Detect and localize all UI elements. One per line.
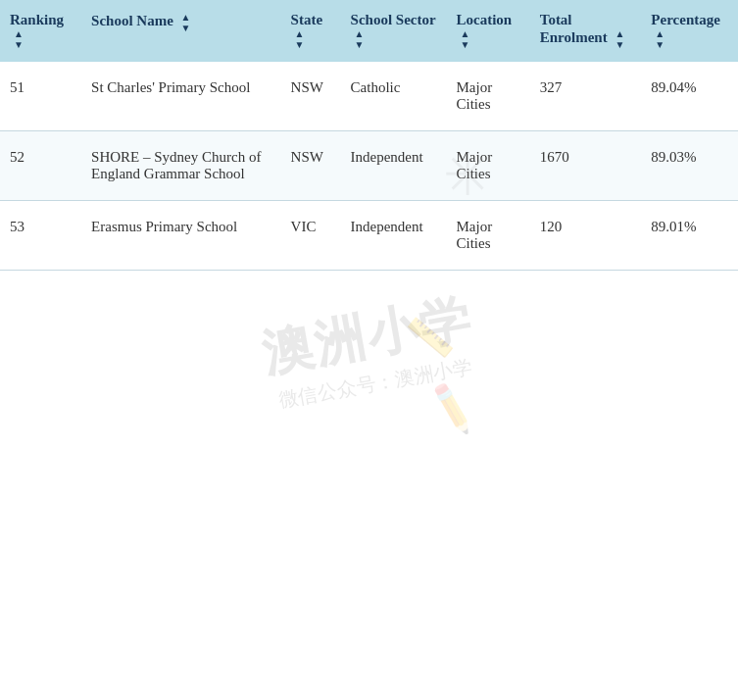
cell-location: Major Cities	[447, 131, 530, 201]
sort-down: ▼	[461, 39, 470, 50]
header-school-sector[interactable]: School Sector ▲ ▼	[341, 0, 447, 62]
sort-up: ▲	[181, 12, 191, 23]
watermark: 澳洲小学 微信公众号：澳洲小学	[257, 284, 482, 415]
header-location[interactable]: Location ▲ ▼	[447, 0, 530, 62]
cell-state: VIC	[281, 201, 341, 271]
cell-location: Major Cities	[447, 201, 530, 271]
sort-down: ▼	[355, 39, 365, 50]
table-row: 53Erasmus Primary SchoolVICIndependentMa…	[0, 201, 738, 271]
cell-ranking: 53	[0, 201, 81, 271]
cell-school-sector: Independent	[341, 201, 447, 271]
watermark-pencil-icon: ✏️	[423, 379, 482, 436]
cell-school-name: SHORE – Sydney Church of England Grammar…	[81, 131, 280, 201]
table-row: 51St Charles' Primary SchoolNSWCatholicM…	[0, 62, 738, 131]
watermark-ruler-icon: 📏	[404, 313, 457, 363]
header-location-label: Location	[457, 12, 513, 27]
sort-arrows-enrollment[interactable]: ▲ ▼	[615, 28, 624, 50]
sort-arrows-state[interactable]: ▲ ▼	[295, 28, 305, 50]
header-percentage[interactable]: Percentage ▲ ▼	[641, 0, 738, 62]
sort-up: ▲	[461, 28, 470, 39]
header-school-name-label: School Name	[91, 13, 173, 28]
sort-arrows-location[interactable]: ▲ ▼	[461, 28, 470, 50]
cell-percentage: 89.01%	[641, 201, 738, 271]
watermark-sub-text: 微信公众号：澳洲小学	[269, 352, 481, 415]
sort-down: ▼	[615, 39, 624, 50]
sort-up: ▲	[14, 28, 24, 39]
sort-arrows-ranking[interactable]: ▲ ▼	[14, 28, 24, 50]
header-total-enrollment[interactable]: Total Enrolment ▲ ▼	[530, 0, 642, 62]
sort-down: ▼	[655, 39, 664, 50]
sort-up: ▲	[655, 28, 664, 39]
cell-ranking: 52	[0, 131, 81, 201]
sort-down: ▼	[14, 39, 24, 50]
header-state-label: State	[291, 12, 323, 27]
cell-total-enrollment: 1670	[530, 131, 642, 201]
data-table: Ranking ▲ ▼ School Name ▲ ▼ State	[0, 0, 738, 271]
sort-arrows-school-name[interactable]: ▲ ▼	[181, 12, 191, 33]
sort-up: ▲	[615, 28, 624, 39]
header-ranking[interactable]: Ranking ▲ ▼	[0, 0, 81, 62]
header-ranking-label: Ranking	[10, 12, 64, 27]
sort-arrows-school-sector[interactable]: ▲ ▼	[355, 28, 365, 50]
cell-location: Major Cities	[447, 62, 530, 131]
cell-school-name: Erasmus Primary School	[81, 201, 280, 271]
cell-total-enrollment: 120	[530, 201, 642, 271]
header-state[interactable]: State ▲ ▼	[281, 0, 341, 62]
watermark-main-text: 澳洲小学	[257, 284, 477, 388]
sort-down: ▼	[295, 39, 305, 50]
header-school-sector-label: School Sector	[351, 12, 436, 27]
cell-state: NSW	[281, 131, 341, 201]
cell-percentage: 89.03%	[641, 131, 738, 201]
cell-ranking: 51	[0, 62, 81, 131]
cell-total-enrollment: 327	[530, 62, 642, 131]
cell-school-sector: Independent	[341, 131, 447, 201]
cell-school-name: St Charles' Primary School	[81, 62, 280, 131]
sort-arrows-percentage[interactable]: ▲ ▼	[655, 28, 664, 50]
header-school-name[interactable]: School Name ▲ ▼	[81, 0, 280, 62]
table-header-row: Ranking ▲ ▼ School Name ▲ ▼ State	[0, 0, 738, 62]
cell-school-sector: Catholic	[341, 62, 447, 131]
sort-up: ▲	[355, 28, 365, 39]
sort-down: ▼	[181, 23, 191, 33]
cell-state: NSW	[281, 62, 341, 131]
header-percentage-label: Percentage	[651, 12, 720, 27]
table-row: 52SHORE – Sydney Church of England Gramm…	[0, 131, 738, 201]
header-total-enrollment-label: Total Enrolment	[540, 12, 608, 45]
sort-up: ▲	[295, 28, 305, 39]
cell-percentage: 89.04%	[641, 62, 738, 131]
